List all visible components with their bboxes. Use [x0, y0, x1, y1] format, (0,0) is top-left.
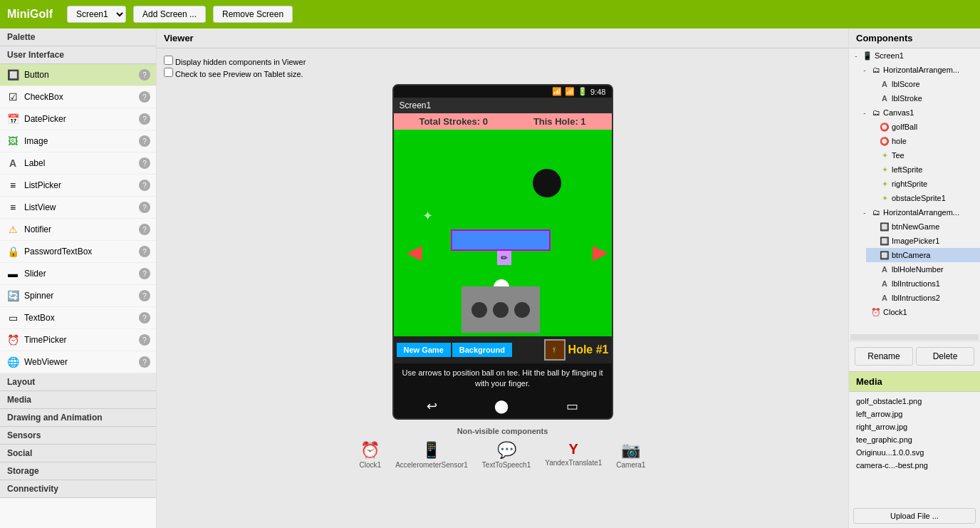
camera-label: Camera1 — [616, 461, 645, 469]
palette-item-datepicker[interactable]: 📅 DatePicker ? — [0, 108, 156, 130]
image-help-icon[interactable]: ? — [139, 135, 150, 147]
game-canvas[interactable]: ✦ ◀ ▶ ✏ — [394, 130, 612, 336]
rename-button[interactable]: Rename — [855, 347, 913, 366]
palette-item-button[interactable]: 🔲 Button ? — [0, 64, 156, 86]
canvas1-expand-icon[interactable]: - — [860, 108, 869, 117]
section-social[interactable]: Social — [0, 445, 156, 462]
obstaclesprite1-expand — [869, 194, 877, 202]
phone-frame: 📶 📶 🔋 9:48 Screen1 Total Strokes: 0 This… — [392, 84, 613, 420]
nv-texttospeech[interactable]: 💬 TextToSpeech1 — [482, 441, 531, 469]
media-item-tee[interactable]: tee_graphic.png — [849, 433, 980, 446]
media-item-right-arrow[interactable]: right_arrow.jpg — [849, 420, 980, 433]
tablet-preview-checkbox-label[interactable]: Check to see Preview on Tablet size. — [164, 68, 841, 78]
spinner-help-icon[interactable]: ? — [139, 290, 150, 301]
palette-item-textbox[interactable]: ▭ TextBox ? — [0, 307, 156, 329]
section-media[interactable]: Media — [0, 391, 156, 409]
components-tree[interactable]: - 📱 Screen1 - 🗂 HorizontalArrangem... A … — [849, 48, 980, 333]
tree-lblintructions2[interactable]: A lblIntructions2 — [866, 291, 980, 305]
palette-item-image[interactable]: 🖼 Image ? — [0, 130, 156, 152]
timepicker-help-icon[interactable]: ? — [139, 334, 150, 346]
nv-yandex[interactable]: Y YandexTranslate1 — [545, 441, 602, 469]
palette-item-spinner[interactable]: 🔄 Spinner ? — [0, 285, 156, 307]
palette-item-listview[interactable]: ≡ ListView ? — [0, 197, 156, 219]
media-item-camera[interactable]: camera-c...-best.png — [849, 459, 980, 472]
tree-lblintructions1[interactable]: A lblIntructions1 — [866, 276, 980, 291]
tree-horizontal2[interactable]: - 🗂 HorizontalArrangem... — [858, 205, 980, 219]
label-help-icon[interactable]: ? — [139, 157, 150, 169]
tree-tee[interactable]: ✦ Tee — [866, 148, 980, 162]
palette-item-notifier[interactable]: ⚠ Notifier ? — [0, 219, 156, 241]
tree-btnnewgame[interactable]: 🔲 btnNewGame — [866, 219, 980, 234]
new-game-button[interactable]: New Game — [397, 343, 451, 357]
tree-hole[interactable]: ⭕ hole — [866, 134, 980, 148]
nv-camera[interactable]: 📷 Camera1 — [616, 441, 645, 469]
section-layout[interactable]: Layout — [0, 373, 156, 391]
btncamera-label: btnCamera — [892, 251, 977, 259]
remove-screen-button[interactable]: Remove Screen — [213, 6, 293, 23]
passwordtextbox-help-icon[interactable]: ? — [139, 246, 150, 257]
tree-btncamera[interactable]: 🔲 btnCamera — [866, 248, 980, 262]
section-storage[interactable]: Storage — [0, 462, 156, 480]
add-screen-button[interactable]: Add Screen ... — [133, 6, 206, 23]
palette-item-webviewer[interactable]: 🌐 WebViewer ? — [0, 351, 156, 373]
game-score-bar: Total Strokes: 0 This Hole: 1 — [394, 113, 612, 130]
nv-accelerometer[interactable]: 📱 AccelerometerSensor1 — [395, 441, 468, 469]
tree-rightsprite[interactable]: ✦ rightSprite — [866, 177, 980, 191]
hidden-components-checkbox[interactable] — [164, 56, 173, 65]
lblscore-expand — [869, 80, 877, 88]
palette-item-label[interactable]: A Label ? — [0, 152, 156, 175]
palette-item-timepicker[interactable]: ⏰ TimePicker ? — [0, 329, 156, 351]
delete-button[interactable]: Delete — [916, 347, 974, 366]
button-help-icon[interactable]: ? — [139, 69, 150, 81]
hidden-components-checkbox-label[interactable]: Display hidden components in Viewer — [164, 56, 841, 66]
media-item-originuu[interactable]: Originuu...1.0.0.svg — [849, 446, 980, 459]
listpicker-help-icon[interactable]: ? — [139, 180, 150, 191]
tree-lblscore[interactable]: A lblScore — [866, 77, 980, 91]
media-item-obstacle[interactable]: golf_obstacle1.png — [849, 395, 980, 408]
section-drawing[interactable]: Drawing and Animation — [0, 409, 156, 427]
textbox-help-icon[interactable]: ? — [139, 312, 150, 323]
tree-canvas1[interactable]: - 🗂 Canvas1 — [858, 105, 980, 120]
btncamera-icon: 🔲 — [879, 249, 890, 261]
tree-imagepicker1[interactable]: 🔲 ImagePicker1 — [866, 234, 980, 248]
horizontal2-expand-icon[interactable]: - — [860, 208, 869, 217]
tree-leftsprite[interactable]: ✦ leftSprite — [866, 162, 980, 177]
palette-item-passwordtextbox[interactable]: 🔒 PasswordTextBox ? — [0, 241, 156, 263]
screen1-expand-icon[interactable]: - — [852, 51, 860, 60]
background-button[interactable]: Background — [452, 343, 512, 357]
lblholenumber-icon: A — [879, 264, 890, 275]
listview-help-icon[interactable]: ? — [139, 202, 150, 213]
tree-obstaclesprite1[interactable]: ✦ obstacleSprite1 — [866, 191, 980, 205]
media-item-left-arrow[interactable]: left_arrow.jpg — [849, 408, 980, 420]
btnnewgame-icon: 🔲 — [879, 221, 890, 232]
tree-lblstroke[interactable]: A lblStroke — [866, 91, 980, 105]
webviewer-help-icon[interactable]: ? — [139, 356, 150, 368]
tree-golfball[interactable]: ⭕ golfBall — [866, 120, 980, 134]
upload-file-button[interactable]: Upload File ... — [853, 508, 976, 524]
tree-screen1[interactable]: - 📱 Screen1 — [849, 48, 980, 63]
section-sensors[interactable]: Sensors — [0, 427, 156, 445]
palette-item-listpicker[interactable]: ≡ ListPicker ? — [0, 175, 156, 197]
palette-label-listview: ListView — [24, 202, 135, 212]
tablet-preview-checkbox[interactable] — [164, 68, 173, 77]
palette-item-slider[interactable]: ▬ Slider ? — [0, 263, 156, 285]
tree-horizontal1[interactable]: - 🗂 HorizontalArrangem... — [858, 63, 980, 77]
clock-icon: ⏰ — [360, 441, 380, 460]
checkbox-help-icon[interactable]: ? — [139, 91, 150, 103]
tree-scrollbar[interactable] — [850, 334, 979, 340]
notifier-help-icon[interactable]: ? — [139, 224, 150, 235]
section-user-interface[interactable]: User Interface — [0, 46, 156, 64]
slider-help-icon[interactable]: ? — [139, 268, 150, 279]
palette-label-checkbox: CheckBox — [24, 92, 135, 102]
palette-label-spinner: Spinner — [24, 291, 135, 301]
palette-item-checkbox[interactable]: ☑ CheckBox ? — [0, 86, 156, 108]
datepicker-help-icon[interactable]: ? — [139, 113, 150, 125]
yandex-icon: Y — [569, 441, 578, 457]
obstacle-block — [462, 286, 540, 333]
section-connectivity[interactable]: Connectivity — [0, 480, 156, 498]
nv-clock1[interactable]: ⏰ Clock1 — [360, 441, 382, 469]
screen-selector[interactable]: Screen1 — [67, 6, 126, 23]
horizontal1-expand-icon[interactable]: - — [860, 66, 869, 74]
tree-clock1[interactable]: ⏰ Clock1 — [858, 305, 980, 319]
tree-lblholenumber[interactable]: A lblHoleNumber — [866, 262, 980, 276]
